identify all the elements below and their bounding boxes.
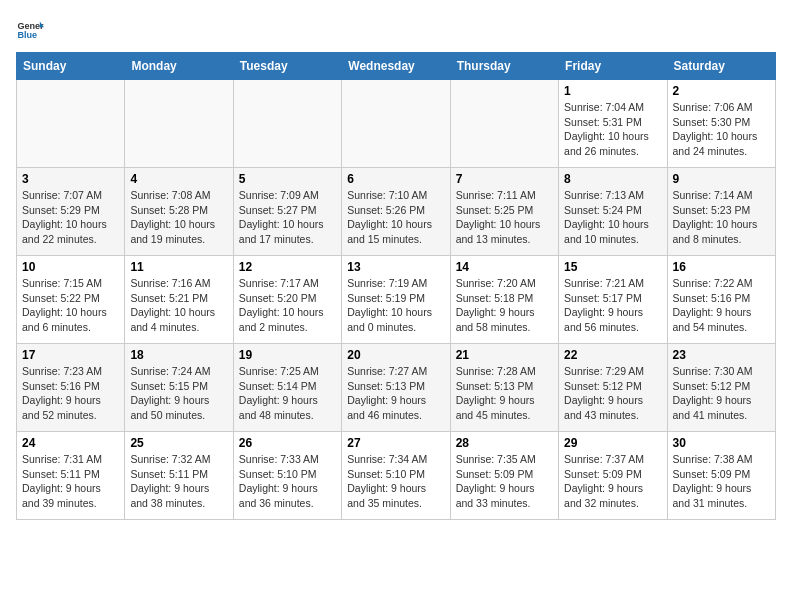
- calendar-cell: 11Sunrise: 7:16 AMSunset: 5:21 PMDayligh…: [125, 256, 233, 344]
- day-number: 3: [22, 172, 119, 186]
- day-info: Sunrise: 7:32 AMSunset: 5:11 PMDaylight:…: [130, 452, 227, 511]
- day-info: Sunrise: 7:34 AMSunset: 5:10 PMDaylight:…: [347, 452, 444, 511]
- calendar-cell: 16Sunrise: 7:22 AMSunset: 5:16 PMDayligh…: [667, 256, 775, 344]
- calendar-cell: 21Sunrise: 7:28 AMSunset: 5:13 PMDayligh…: [450, 344, 558, 432]
- day-info: Sunrise: 7:13 AMSunset: 5:24 PMDaylight:…: [564, 188, 661, 247]
- day-number: 19: [239, 348, 336, 362]
- page-header: General Blue: [16, 16, 776, 44]
- day-info: Sunrise: 7:20 AMSunset: 5:18 PMDaylight:…: [456, 276, 553, 335]
- day-info: Sunrise: 7:29 AMSunset: 5:12 PMDaylight:…: [564, 364, 661, 423]
- day-info: Sunrise: 7:27 AMSunset: 5:13 PMDaylight:…: [347, 364, 444, 423]
- calendar-cell: 13Sunrise: 7:19 AMSunset: 5:19 PMDayligh…: [342, 256, 450, 344]
- day-number: 15: [564, 260, 661, 274]
- day-number: 14: [456, 260, 553, 274]
- day-number: 1: [564, 84, 661, 98]
- day-number: 21: [456, 348, 553, 362]
- calendar-cell: 10Sunrise: 7:15 AMSunset: 5:22 PMDayligh…: [17, 256, 125, 344]
- calendar-cell: 5Sunrise: 7:09 AMSunset: 5:27 PMDaylight…: [233, 168, 341, 256]
- weekday-header-wednesday: Wednesday: [342, 53, 450, 80]
- day-info: Sunrise: 7:06 AMSunset: 5:30 PMDaylight:…: [673, 100, 770, 159]
- calendar-cell: 27Sunrise: 7:34 AMSunset: 5:10 PMDayligh…: [342, 432, 450, 520]
- calendar-cell: 19Sunrise: 7:25 AMSunset: 5:14 PMDayligh…: [233, 344, 341, 432]
- calendar-cell: 18Sunrise: 7:24 AMSunset: 5:15 PMDayligh…: [125, 344, 233, 432]
- day-number: 16: [673, 260, 770, 274]
- day-info: Sunrise: 7:09 AMSunset: 5:27 PMDaylight:…: [239, 188, 336, 247]
- calendar-cell: 12Sunrise: 7:17 AMSunset: 5:20 PMDayligh…: [233, 256, 341, 344]
- day-info: Sunrise: 7:23 AMSunset: 5:16 PMDaylight:…: [22, 364, 119, 423]
- day-info: Sunrise: 7:19 AMSunset: 5:19 PMDaylight:…: [347, 276, 444, 335]
- day-info: Sunrise: 7:21 AMSunset: 5:17 PMDaylight:…: [564, 276, 661, 335]
- logo-icon: General Blue: [16, 16, 44, 44]
- calendar-cell: 29Sunrise: 7:37 AMSunset: 5:09 PMDayligh…: [559, 432, 667, 520]
- day-number: 10: [22, 260, 119, 274]
- day-info: Sunrise: 7:07 AMSunset: 5:29 PMDaylight:…: [22, 188, 119, 247]
- day-info: Sunrise: 7:04 AMSunset: 5:31 PMDaylight:…: [564, 100, 661, 159]
- day-number: 7: [456, 172, 553, 186]
- day-number: 22: [564, 348, 661, 362]
- svg-text:Blue: Blue: [17, 30, 37, 40]
- calendar-cell: 17Sunrise: 7:23 AMSunset: 5:16 PMDayligh…: [17, 344, 125, 432]
- day-number: 24: [22, 436, 119, 450]
- calendar-cell: 15Sunrise: 7:21 AMSunset: 5:17 PMDayligh…: [559, 256, 667, 344]
- day-info: Sunrise: 7:37 AMSunset: 5:09 PMDaylight:…: [564, 452, 661, 511]
- weekday-header-sunday: Sunday: [17, 53, 125, 80]
- day-number: 27: [347, 436, 444, 450]
- calendar-cell: 28Sunrise: 7:35 AMSunset: 5:09 PMDayligh…: [450, 432, 558, 520]
- day-number: 12: [239, 260, 336, 274]
- calendar-table: SundayMondayTuesdayWednesdayThursdayFrid…: [16, 52, 776, 520]
- calendar-cell: 22Sunrise: 7:29 AMSunset: 5:12 PMDayligh…: [559, 344, 667, 432]
- calendar-cell: 24Sunrise: 7:31 AMSunset: 5:11 PMDayligh…: [17, 432, 125, 520]
- calendar-cell: [450, 80, 558, 168]
- day-info: Sunrise: 7:15 AMSunset: 5:22 PMDaylight:…: [22, 276, 119, 335]
- calendar-cell: 8Sunrise: 7:13 AMSunset: 5:24 PMDaylight…: [559, 168, 667, 256]
- calendar-cell: [125, 80, 233, 168]
- day-number: 17: [22, 348, 119, 362]
- calendar-cell: 14Sunrise: 7:20 AMSunset: 5:18 PMDayligh…: [450, 256, 558, 344]
- day-info: Sunrise: 7:38 AMSunset: 5:09 PMDaylight:…: [673, 452, 770, 511]
- day-info: Sunrise: 7:10 AMSunset: 5:26 PMDaylight:…: [347, 188, 444, 247]
- calendar-cell: [17, 80, 125, 168]
- day-number: 4: [130, 172, 227, 186]
- weekday-header-monday: Monday: [125, 53, 233, 80]
- day-number: 13: [347, 260, 444, 274]
- day-number: 23: [673, 348, 770, 362]
- day-info: Sunrise: 7:16 AMSunset: 5:21 PMDaylight:…: [130, 276, 227, 335]
- day-number: 20: [347, 348, 444, 362]
- calendar-cell: [233, 80, 341, 168]
- day-number: 9: [673, 172, 770, 186]
- day-number: 26: [239, 436, 336, 450]
- calendar-cell: 25Sunrise: 7:32 AMSunset: 5:11 PMDayligh…: [125, 432, 233, 520]
- weekday-header-saturday: Saturday: [667, 53, 775, 80]
- calendar-cell: 3Sunrise: 7:07 AMSunset: 5:29 PMDaylight…: [17, 168, 125, 256]
- day-info: Sunrise: 7:25 AMSunset: 5:14 PMDaylight:…: [239, 364, 336, 423]
- day-info: Sunrise: 7:17 AMSunset: 5:20 PMDaylight:…: [239, 276, 336, 335]
- logo: General Blue: [16, 16, 44, 44]
- day-info: Sunrise: 7:11 AMSunset: 5:25 PMDaylight:…: [456, 188, 553, 247]
- calendar-cell: 1Sunrise: 7:04 AMSunset: 5:31 PMDaylight…: [559, 80, 667, 168]
- day-number: 6: [347, 172, 444, 186]
- calendar-cell: 20Sunrise: 7:27 AMSunset: 5:13 PMDayligh…: [342, 344, 450, 432]
- calendar-cell: 7Sunrise: 7:11 AMSunset: 5:25 PMDaylight…: [450, 168, 558, 256]
- calendar-cell: 6Sunrise: 7:10 AMSunset: 5:26 PMDaylight…: [342, 168, 450, 256]
- calendar-cell: 23Sunrise: 7:30 AMSunset: 5:12 PMDayligh…: [667, 344, 775, 432]
- day-info: Sunrise: 7:28 AMSunset: 5:13 PMDaylight:…: [456, 364, 553, 423]
- calendar-cell: 30Sunrise: 7:38 AMSunset: 5:09 PMDayligh…: [667, 432, 775, 520]
- weekday-header-friday: Friday: [559, 53, 667, 80]
- day-number: 28: [456, 436, 553, 450]
- calendar-cell: 9Sunrise: 7:14 AMSunset: 5:23 PMDaylight…: [667, 168, 775, 256]
- day-number: 25: [130, 436, 227, 450]
- day-info: Sunrise: 7:14 AMSunset: 5:23 PMDaylight:…: [673, 188, 770, 247]
- day-number: 29: [564, 436, 661, 450]
- day-number: 11: [130, 260, 227, 274]
- calendar-cell: 4Sunrise: 7:08 AMSunset: 5:28 PMDaylight…: [125, 168, 233, 256]
- calendar-cell: 2Sunrise: 7:06 AMSunset: 5:30 PMDaylight…: [667, 80, 775, 168]
- day-number: 2: [673, 84, 770, 98]
- day-number: 5: [239, 172, 336, 186]
- weekday-header-tuesday: Tuesday: [233, 53, 341, 80]
- day-info: Sunrise: 7:35 AMSunset: 5:09 PMDaylight:…: [456, 452, 553, 511]
- day-info: Sunrise: 7:08 AMSunset: 5:28 PMDaylight:…: [130, 188, 227, 247]
- day-number: 18: [130, 348, 227, 362]
- day-info: Sunrise: 7:22 AMSunset: 5:16 PMDaylight:…: [673, 276, 770, 335]
- day-info: Sunrise: 7:31 AMSunset: 5:11 PMDaylight:…: [22, 452, 119, 511]
- day-number: 8: [564, 172, 661, 186]
